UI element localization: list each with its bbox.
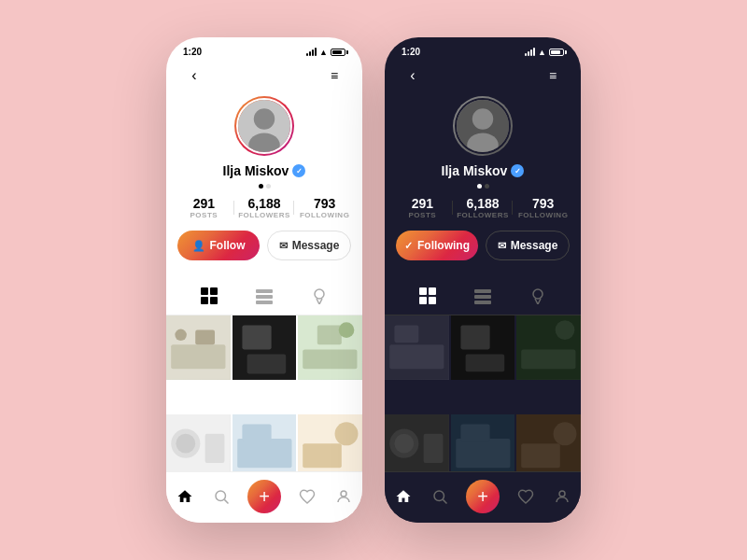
dot-2-light [266,184,271,189]
tab-tagged-dark[interactable] [525,283,551,309]
stat-posts-light: 291 POSTS [174,196,234,219]
followers-label-dark: FOLLOWERS [457,211,509,219]
svg-rect-48 [394,325,418,343]
profile-section-dark: Ilja Miskov ✓ 291 POSTS 6,188 FOLLOWERS … [385,92,581,277]
home-nav-dark[interactable] [392,485,415,508]
tab-grid-light[interactable] [196,283,222,309]
photo-5-light [233,414,297,479]
avatar-inner-light [236,98,292,154]
search-icon-dark [431,488,448,505]
svg-line-66 [444,499,447,503]
photo-cell-5-light[interactable] [233,414,297,479]
svg-rect-27 [237,439,291,468]
svg-rect-19 [303,349,358,369]
svg-rect-6 [210,297,218,304]
tab-list-dark[interactable] [470,283,496,309]
follow-button-light[interactable]: 👤 Follow [177,231,260,260]
stat-followers-dark: 6,188 FOLLOWERS [453,196,514,219]
home-icon-dark [395,488,412,505]
tab-grid-dark[interactable] [415,283,441,309]
photo-4-dark [385,414,449,479]
stat-posts-dark: 291 POSTS [392,196,453,219]
following-button-dark[interactable]: ✓ Following [396,231,478,260]
svg-rect-58 [424,433,444,462]
menu-button-dark[interactable]: ≡ [542,64,564,87]
back-button-light[interactable]: ‹ [183,64,205,87]
tab-tagged-light[interactable] [306,283,332,309]
phone-content-dark: Ilja Miskov ✓ 291 POSTS 6,188 FOLLOWERS … [385,92,581,511]
profile-nav-dark[interactable] [551,485,573,508]
message-button-dark[interactable]: ✉ Message [486,231,570,260]
svg-point-64 [554,422,577,445]
dots-indicator-dark [477,184,489,189]
add-nav-dark[interactable]: + [466,480,500,513]
message-label-light: Message [292,239,340,252]
photo-cell-3-light[interactable] [298,315,362,380]
following-count-light: 793 [314,196,335,211]
wifi-icon-light: ▲ [319,48,328,57]
time-dark: 1:20 [402,47,420,57]
stat-following-dark: 793 FOLLOWING [513,196,573,219]
svg-point-65 [434,491,444,501]
nav-bar-dark: ‹ ≡ [385,61,581,92]
photo-cell-2-light[interactable] [233,315,297,380]
tagged-icon-dark [529,287,546,304]
time-light: 1:20 [183,47,202,57]
phone-content-light: Ilja Miskov ✓ 291 POSTS 6,188 FOLLOWERS … [166,92,362,511]
svg-rect-20 [317,325,342,344]
profile-section-light: Ilja Miskov ✓ 291 POSTS 6,188 FOLLOWERS … [166,92,362,277]
photo-cell-5-dark[interactable] [451,414,515,479]
message-button-light[interactable]: ✉ Message [267,231,351,260]
menu-button-light[interactable]: ≡ [323,64,345,87]
photo-cell-4-dark[interactable] [385,414,449,479]
photo-cell-1-light[interactable] [166,315,231,380]
svg-point-10 [315,289,324,299]
search-nav-dark[interactable] [429,485,451,508]
dot-1-light [259,184,263,189]
signal-icon-dark [525,48,535,56]
photo-cell-4-light[interactable] [166,414,231,479]
heart-icon-dark [517,488,534,505]
svg-rect-40 [419,297,427,304]
photo-cell-3-dark[interactable] [516,315,581,380]
avatar-image-light [238,100,290,152]
svg-rect-9 [256,301,273,304]
stats-row-dark: 291 POSTS 6,188 FOLLOWERS 793 FOLLOWING [385,196,581,219]
photo-cell-2-dark[interactable] [451,315,515,380]
home-nav-light[interactable] [174,485,196,508]
message-icon-light: ✉ [279,240,288,252]
username-text-light: Ilja Miskov [223,163,289,178]
heart-nav-light[interactable] [296,485,318,508]
dot-1-dark [477,184,482,189]
svg-rect-28 [242,424,271,441]
profile-icon-light [335,488,352,505]
profile-nav-light[interactable] [332,485,355,508]
following-label-dark: FOLLOWING [518,211,568,219]
photo-cell-6-dark[interactable] [516,414,581,479]
add-nav-light[interactable]: + [247,480,281,513]
photo-3-light [298,315,362,380]
photo-cell-1-dark[interactable] [385,315,449,380]
following-label-dark: Following [417,239,470,252]
svg-rect-25 [205,433,225,462]
username-text-dark: Ilja Miskov [442,163,508,178]
status-icons-dark: ▲ [525,48,564,57]
heart-nav-dark[interactable] [514,485,537,508]
action-buttons-dark: ✓ Following ✉ Message [385,231,581,260]
tab-list-light[interactable] [251,283,277,309]
heart-icon-light [299,488,316,505]
avatar-image-dark [457,100,509,152]
photo-cell-6-light[interactable] [298,414,362,479]
svg-point-21 [339,322,355,338]
svg-rect-42 [474,289,491,293]
back-button-dark[interactable]: ‹ [402,64,424,87]
following-count-dark: 793 [532,196,554,211]
nav-bar-light: ‹ ≡ [166,61,362,92]
stat-following-light: 793 FOLLOWING [294,196,355,219]
posts-count-dark: 291 [412,196,433,211]
search-nav-light[interactable] [210,485,233,508]
followers-count-dark: 6,188 [466,196,499,211]
svg-point-13 [175,329,186,341]
photo-6-light [298,414,362,479]
battery-icon-light [331,49,345,56]
